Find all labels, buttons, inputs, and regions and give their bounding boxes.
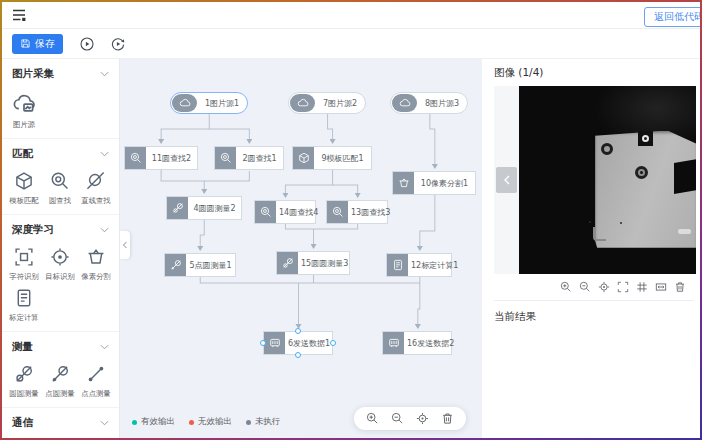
calibration-icon	[387, 254, 408, 276]
circle-find-icon	[255, 201, 276, 223]
edge-slot	[678, 229, 691, 234]
node-pixel-segment-1[interactable]: 10像素分割1	[392, 171, 476, 195]
node-handle-top[interactable]	[295, 328, 301, 334]
header-bar: 返回低代码	[2, 2, 700, 29]
sidebar-item-calibration[interactable]: 标定计算	[6, 284, 42, 325]
sidebar-item-circle-find[interactable]: 圆查找	[42, 167, 78, 208]
section-header-matching[interactable]: 匹配	[2, 139, 119, 167]
fullscreen-icon[interactable]	[617, 281, 629, 293]
play-icon	[80, 37, 94, 51]
target-icon	[50, 247, 70, 267]
circle-find-icon	[125, 147, 146, 169]
ocr-icon	[14, 247, 34, 267]
image-panel-title: 图像 (1/4)	[494, 66, 696, 80]
run-once-button[interactable]	[111, 37, 125, 51]
node-handle-left[interactable]	[260, 340, 266, 346]
chevron-left-icon	[122, 241, 128, 249]
section-header-deep-learning[interactable]: 深度学习	[2, 215, 119, 243]
status-legend: 有效输出 无效输出 未执行	[132, 416, 281, 428]
main-body: 图片采集 图片源 匹配 模板匹配	[2, 59, 700, 438]
bracket-feature	[593, 227, 606, 241]
red-dot	[189, 420, 194, 425]
point-point-measure-icon	[86, 364, 106, 384]
sidebar-item-point-circle-measure[interactable]: 点圆测量	[42, 360, 78, 401]
fiducial-ring	[642, 135, 649, 142]
chevron-down-icon	[100, 420, 109, 426]
template-match-icon	[14, 171, 34, 191]
node-circle-find-2[interactable]: 11圆查找2	[124, 146, 198, 170]
result-image[interactable]	[519, 86, 696, 274]
sidebar-item-point-point-measure[interactable]: 点点测量	[78, 360, 114, 401]
section-communication: 通信	[2, 408, 119, 438]
circle-circle-measure-icon	[167, 197, 188, 219]
sidebar-item-line-find[interactable]: 直线查找	[78, 167, 114, 208]
node-send-data-1[interactable]: 6发送数据1	[263, 331, 333, 355]
cloud-icon	[290, 94, 315, 112]
node-circle-find-4[interactable]: 14圆查找4	[254, 200, 316, 224]
zoom-in-icon[interactable]	[366, 412, 379, 425]
calibration-icon	[14, 288, 34, 308]
node-circle-circle-measure-3[interactable]: 15圆圆测量3	[276, 251, 350, 275]
circle-circle-measure-icon	[277, 252, 298, 274]
delete-icon[interactable]	[441, 412, 454, 425]
circle-find-icon	[50, 171, 70, 191]
node-image-source-1[interactable]: 1图片源1	[170, 92, 248, 114]
node-circle-find-3[interactable]: 13圆查找3	[326, 200, 388, 224]
image-viewer-toolbar	[494, 274, 696, 300]
fit-icon[interactable]	[655, 281, 667, 293]
cloud-icon	[392, 94, 417, 112]
sidebar-item-send-data[interactable]	[6, 436, 42, 438]
chevron-down-icon	[100, 227, 109, 233]
locate-icon[interactable]	[416, 412, 429, 425]
circle-find-icon	[327, 201, 348, 223]
zoom-in-icon[interactable]	[560, 281, 572, 293]
section-image-capture: 图片采集 图片源	[2, 59, 119, 139]
vision-workflow-app: 返回低代码 保存 图片采集 图片源	[2, 2, 700, 438]
save-button[interactable]: 保存	[12, 34, 63, 54]
sidebar-item-image-source[interactable]: 图片源	[6, 87, 42, 132]
locate-icon[interactable]	[598, 281, 610, 293]
surface-dot	[589, 221, 591, 223]
gray-dot	[246, 420, 251, 425]
delete-icon[interactable]	[674, 281, 686, 293]
sidebar-item-ocr[interactable]: 字符识别	[6, 243, 42, 284]
screen-frame: 返回低代码 保存 图片采集 图片源	[0, 0, 702, 440]
chevron-left-icon	[503, 175, 511, 185]
node-calibration-1[interactable]: 12标定计算1	[386, 253, 452, 277]
sidebar-item-target-detect[interactable]: 目标识别	[42, 243, 78, 284]
circular-feature	[635, 166, 648, 179]
section-header-communication[interactable]: 通信	[2, 408, 119, 436]
node-template-match-1[interactable]: 9模板匹配1	[292, 146, 372, 170]
circle-find-icon	[215, 147, 236, 169]
bolt-hole	[601, 143, 613, 155]
zoom-out-icon[interactable]	[579, 281, 591, 293]
zoom-out-icon[interactable]	[391, 412, 404, 425]
node-point-circle-measure-1[interactable]: 5点圆测量1	[164, 253, 236, 277]
prev-image-button[interactable]	[496, 167, 517, 193]
sidebar-item-pixel-segment[interactable]: 像素分割	[78, 243, 114, 284]
sidebar-item-circle-circle-measure[interactable]: 圆圆测量	[6, 360, 42, 401]
sidebar-item-template-match[interactable]: 模板匹配	[6, 167, 42, 208]
node-handle-bottom[interactable]	[295, 352, 301, 358]
node-handle-right[interactable]	[330, 340, 336, 346]
edge-notch	[674, 159, 696, 194]
sidebar-collapse-handle[interactable]	[120, 231, 130, 259]
section-header-image-capture[interactable]: 图片采集	[2, 59, 119, 87]
component-sidebar: 图片采集 图片源 匹配 模板匹配	[2, 59, 120, 438]
node-send-data-2[interactable]: 16发送数据2	[382, 331, 452, 355]
chevron-down-icon	[100, 71, 109, 77]
back-to-lowcode-button[interactable]: 返回低代码	[644, 7, 700, 27]
node-image-source-2[interactable]: 7图片源2	[288, 92, 366, 114]
node-image-source-3[interactable]: 8图片源3	[390, 92, 468, 114]
step-run-icon	[111, 37, 125, 51]
node-circle-circle-measure-2[interactable]: 4圆圆测量2	[166, 196, 242, 220]
flow-canvas[interactable]: 1图片源1 7图片源2 8图片源3 11圆查找2 2圆查找1 9模板匹配1	[120, 59, 482, 438]
grid-icon[interactable]	[636, 281, 648, 293]
section-header-measure[interactable]: 测量	[2, 332, 119, 360]
node-circle-find-1[interactable]: 2圆查找1	[214, 146, 284, 170]
collapse-menu-icon[interactable]	[12, 8, 26, 22]
chevron-down-icon	[100, 151, 109, 157]
action-toolbar: 保存	[2, 29, 700, 59]
segment-icon	[393, 172, 414, 194]
run-button[interactable]	[80, 37, 94, 51]
